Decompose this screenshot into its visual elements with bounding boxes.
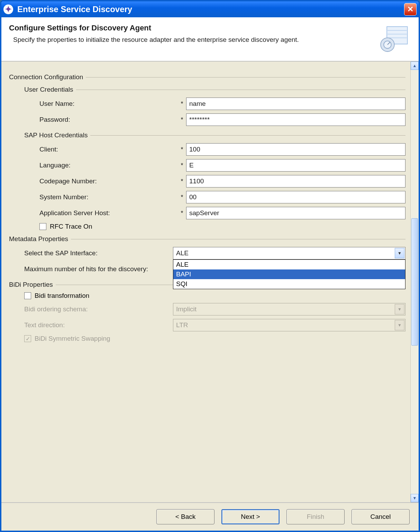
appserver-label: Application Server Host:: [39, 209, 178, 217]
button-bar: < Back Next > Finish Cancel: [1, 502, 419, 531]
dialog-window: ✦ Enterprise Service Discovery ✕ Configu…: [0, 0, 420, 532]
close-button[interactable]: ✕: [404, 3, 417, 16]
required-marker: *: [178, 146, 186, 153]
scroll-up-icon[interactable]: ▲: [411, 62, 419, 70]
sap-interface-dropdown[interactable]: ALE BAPI SQI: [173, 259, 405, 289]
scroll-track[interactable]: [411, 70, 419, 494]
group-connection: Connection Configuration: [9, 73, 405, 81]
sysnum-label: System Number:: [39, 193, 178, 201]
rfc-trace-checkbox[interactable]: [39, 223, 46, 230]
group-metadata: Metadata Properties: [9, 235, 405, 243]
codepage-input[interactable]: [186, 175, 405, 187]
dropdown-arrow-icon: ▼: [395, 248, 404, 258]
language-input[interactable]: [186, 159, 405, 172]
titlebar: ✦ Enterprise Service Discovery ✕: [1, 1, 419, 17]
group-sap-host: SAP Host Credentials: [24, 131, 405, 139]
bidi-schema-select: Implicit ▼: [173, 303, 405, 315]
group-user-credentials: User Credentials: [24, 86, 405, 93]
scroll-thumb[interactable]: [411, 218, 418, 346]
body: Connection Configuration User Credential…: [1, 62, 419, 502]
dropdown-option-ale[interactable]: ALE: [173, 260, 405, 269]
vertical-scrollbar[interactable]: ▲ ▼: [410, 62, 419, 502]
dropdown-arrow-icon: ▼: [395, 320, 404, 330]
finish-button: Finish: [286, 509, 345, 524]
next-button[interactable]: Next >: [221, 509, 280, 524]
cancel-button[interactable]: Cancel: [351, 509, 410, 524]
dropdown-option-sqi[interactable]: SQI: [173, 279, 405, 289]
page-description: Specify the properties to initialize the…: [9, 35, 376, 45]
page-title: Configure Settings for Discovery Agent: [9, 24, 376, 33]
wizard-icon: [376, 24, 411, 55]
window-title: Enterprise Service Discovery: [17, 4, 132, 14]
bidi-swap-checkbox: ✓: [24, 335, 31, 342]
header: Configure Settings for Discovery Agent S…: [1, 17, 419, 62]
client-label: Client:: [39, 146, 178, 153]
bidi-schema-label: Bidi ordering schema:: [24, 305, 173, 313]
language-label: Language:: [39, 162, 178, 169]
required-marker: *: [178, 116, 186, 123]
sap-interface-label: Select the SAP Interface:: [24, 249, 173, 257]
max-hits-label: Maximum number of hits for the discovery…: [24, 265, 173, 273]
username-label: User Name:: [39, 100, 178, 108]
dropdown-option-bapi[interactable]: BAPI: [173, 269, 405, 279]
appserver-input[interactable]: [186, 207, 405, 219]
back-button[interactable]: < Back: [156, 509, 214, 524]
bidi-swap-label: BiDi Symmetric Swapping: [35, 335, 110, 342]
bidi-transform-checkbox[interactable]: [24, 292, 31, 299]
required-marker: *: [178, 194, 186, 201]
app-icon: ✦: [3, 4, 13, 14]
sysnum-input[interactable]: [186, 191, 405, 203]
rfc-trace-label: RFC Trace On: [50, 223, 92, 230]
dropdown-arrow-icon: ▼: [395, 304, 404, 314]
scroll-down-icon[interactable]: ▼: [411, 494, 419, 502]
required-marker: *: [178, 162, 186, 169]
text-direction-label: Text direction:: [24, 321, 173, 329]
password-label: Password:: [39, 116, 178, 123]
username-input[interactable]: [186, 98, 405, 110]
required-marker: *: [178, 210, 186, 217]
required-marker: *: [178, 100, 186, 108]
codepage-label: Codepage Number:: [39, 177, 178, 185]
required-marker: *: [178, 178, 186, 185]
password-input[interactable]: [186, 113, 405, 126]
bidi-transform-label: Bidi transformation: [35, 292, 89, 300]
sap-interface-select[interactable]: ALE ▼: [173, 247, 405, 259]
text-direction-select: LTR ▼: [173, 319, 405, 331]
client-input[interactable]: [186, 143, 405, 156]
